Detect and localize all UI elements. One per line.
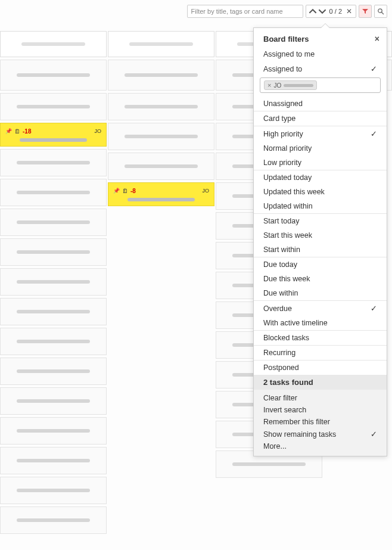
days-overdue: -18 <box>23 128 31 135</box>
card[interactable] <box>108 153 214 180</box>
prev-match-button[interactable] <box>309 7 317 15</box>
calendar-icon: 🗓 <box>14 128 20 135</box>
column-header[interactable] <box>0 31 107 57</box>
filter-postponed[interactable]: Postponed <box>254 361 387 375</box>
card[interactable] <box>0 477 107 504</box>
filter-unassigned[interactable]: Unassigned <box>254 97 387 111</box>
assignee-chip[interactable]: × JO <box>264 80 317 90</box>
card[interactable] <box>0 298 107 325</box>
card[interactable] <box>0 507 107 534</box>
remember-filter-option[interactable]: Remember this filter <box>254 416 387 428</box>
filter-with-active-timeline[interactable]: With active timeline <box>254 316 387 330</box>
card[interactable] <box>0 149 107 176</box>
topbar: 0 / 2 ✕ <box>187 5 387 18</box>
card[interactable] <box>108 60 214 91</box>
show-remaining-option[interactable]: Show remaining tasks✓ <box>254 428 387 440</box>
board-filters-button[interactable] <box>359 5 372 18</box>
filter-assigned-to[interactable]: Assigned to✓ <box>254 61 387 76</box>
check-icon: ✓ <box>371 304 377 313</box>
board-filters-panel: Board filters × Assigned to me Assigned … <box>253 27 387 456</box>
filter-updated-this-week[interactable]: Updated this week <box>254 185 387 199</box>
card[interactable] <box>0 268 107 296</box>
filter-normal-priority[interactable]: Normal priority <box>254 141 387 156</box>
board-column: 📌 🗓 -8 JO <box>108 31 214 550</box>
board-column: 📌 🗓 -18 JO <box>0 31 107 550</box>
assigned-to-input[interactable]: × JO <box>260 77 381 93</box>
card[interactable] <box>0 358 107 385</box>
card[interactable] <box>0 328 107 355</box>
filter-updated-today[interactable]: Updated today <box>254 170 387 185</box>
calendar-icon: 🗓 <box>122 188 128 194</box>
tasks-found-label: 2 tasks found <box>254 375 387 390</box>
filter-high-priority[interactable]: High priority✓ <box>254 126 387 141</box>
filter-updated-within[interactable]: Updated within <box>254 199 387 213</box>
card[interactable] <box>0 93 107 120</box>
filter-due-this-week[interactable]: Due this week <box>254 272 387 286</box>
card[interactable] <box>0 209 107 236</box>
card[interactable] <box>0 447 107 474</box>
filter-card-type[interactable]: Card type <box>254 111 387 126</box>
filter-nav-group: 0 / 2 ✕ <box>306 5 356 18</box>
filter-blocked-tasks[interactable]: Blocked tasks <box>254 331 387 345</box>
pin-icon: 📌 <box>5 128 12 134</box>
placeholder-text <box>21 42 85 46</box>
filter-start-within[interactable]: Start within <box>254 243 387 257</box>
filter-overdue[interactable]: Overdue✓ <box>254 301 387 316</box>
more-option[interactable]: More... <box>254 440 387 452</box>
card[interactable] <box>0 179 107 206</box>
filter-assigned-to-me[interactable]: Assigned to me <box>254 47 387 61</box>
check-icon: ✓ <box>371 129 377 138</box>
svg-point-0 <box>378 9 382 13</box>
card-highlighted[interactable]: 📌 🗓 -18 JO <box>0 123 107 147</box>
card[interactable] <box>0 60 107 91</box>
assignee-badge: JO <box>202 188 209 194</box>
clear-filter-button[interactable]: ✕ <box>345 7 353 15</box>
search-button[interactable] <box>374 5 387 18</box>
close-icon[interactable]: × <box>375 34 379 43</box>
check-icon: ✓ <box>371 430 377 439</box>
column-header[interactable] <box>108 31 214 57</box>
card[interactable] <box>108 123 214 150</box>
card[interactable] <box>0 387 107 415</box>
filter-due-today[interactable]: Due today <box>254 257 387 272</box>
card-highlighted[interactable]: 📌 🗓 -8 JO <box>108 182 214 206</box>
filter-start-today[interactable]: Start today <box>254 214 387 228</box>
filter-due-within[interactable]: Due within <box>254 286 387 300</box>
filter-input[interactable] <box>187 5 303 18</box>
panel-header: Board filters × <box>254 28 387 46</box>
card[interactable] <box>0 238 107 266</box>
check-icon: ✓ <box>371 64 377 73</box>
pin-icon: 📌 <box>113 188 120 194</box>
clear-filter-option[interactable]: Clear filter <box>254 392 387 404</box>
invert-search-option[interactable]: Invert search <box>254 404 387 416</box>
card[interactable] <box>0 417 107 445</box>
filter-low-priority[interactable]: Low priority <box>254 156 387 170</box>
card[interactable] <box>108 93 214 120</box>
days-overdue: -8 <box>130 188 136 194</box>
chip-label: JO <box>273 82 281 89</box>
panel-title: Board filters <box>263 35 309 43</box>
panel-footer: Clear filter Invert search Remember this… <box>254 390 387 456</box>
match-count: 0 / 2 <box>328 8 344 15</box>
filter-recurring[interactable]: Recurring <box>254 346 387 360</box>
next-match-button[interactable] <box>318 7 326 15</box>
filter-start-this-week[interactable]: Start this week <box>254 228 387 243</box>
chip-remove-icon[interactable]: × <box>267 82 271 89</box>
assignee-badge: JO <box>94 128 101 134</box>
svg-line-1 <box>382 13 384 15</box>
